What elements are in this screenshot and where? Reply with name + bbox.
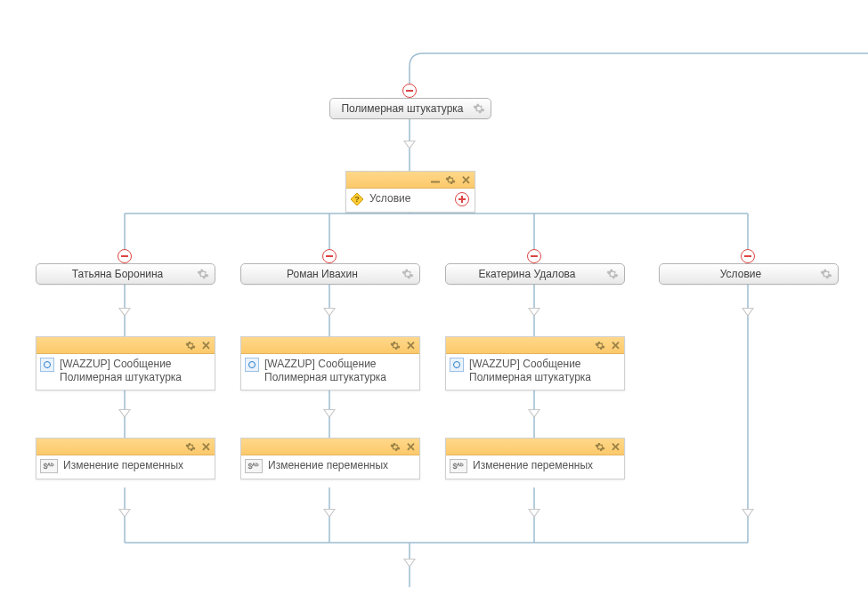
message-icon bbox=[245, 358, 259, 372]
svg-text:?: ? bbox=[354, 195, 360, 204]
branch-label: Роман Ивахин bbox=[241, 264, 419, 284]
close-icon[interactable]: ✕ bbox=[201, 441, 211, 453]
gear-icon[interactable] bbox=[185, 340, 196, 350]
card-header: ✕ bbox=[37, 439, 215, 455]
condition-card[interactable]: ✕ ? Условие bbox=[345, 171, 475, 213]
arrowhead-icon bbox=[403, 559, 416, 568]
arrowhead-icon bbox=[323, 509, 336, 518]
card-text: Изменение переменных bbox=[63, 459, 209, 472]
collapse-toggle-root[interactable] bbox=[402, 84, 417, 98]
branch-node[interactable]: Екатерина Удалова bbox=[445, 263, 625, 285]
gear-icon[interactable] bbox=[595, 340, 605, 350]
varchange-card[interactable]: ✕ $ᴬᵇ Изменение переменных bbox=[36, 438, 215, 479]
card-text: [WAZZUP] Сообщение Полимерная штукатурка bbox=[469, 358, 619, 384]
gear-icon[interactable] bbox=[606, 268, 619, 280]
card-text: [WAZZUP] Сообщение Полимерная штукатурка bbox=[60, 358, 209, 384]
arrowhead-icon bbox=[323, 308, 336, 317]
gear-icon[interactable] bbox=[820, 268, 832, 280]
variables-icon: $ᴬᵇ bbox=[450, 459, 467, 473]
variables-icon: $ᴬᵇ bbox=[245, 459, 263, 473]
arrowhead-icon bbox=[528, 509, 540, 518]
wazzup-card[interactable]: ✕ [WAZZUP] Сообщение Полимерная штукатур… bbox=[240, 336, 420, 391]
arrowhead-icon bbox=[118, 509, 131, 518]
arrowhead-icon bbox=[528, 308, 540, 317]
wazzup-line2: Полимерная штукатурка bbox=[264, 371, 386, 383]
collapse-toggle-branch[interactable] bbox=[118, 249, 132, 263]
gear-icon[interactable] bbox=[197, 268, 209, 280]
varchange-card[interactable]: ✕ $ᴬᵇ Изменение переменных bbox=[240, 438, 420, 479]
message-icon bbox=[40, 358, 54, 372]
arrowhead-icon bbox=[323, 409, 336, 418]
wazzup-line1: [WAZZUP] Сообщение bbox=[469, 358, 581, 370]
arrowhead-icon bbox=[118, 409, 131, 418]
arrowhead-icon bbox=[742, 308, 754, 317]
card-text: [WAZZUP] Сообщение Полимерная штукатурка bbox=[264, 358, 414, 384]
wazzup-card[interactable]: ✕ [WAZZUP] Сообщение Полимерная штукатур… bbox=[445, 336, 625, 391]
branch-label: Татьяна Боронина bbox=[37, 264, 215, 284]
branch-node[interactable]: Условие bbox=[659, 263, 839, 285]
gear-icon[interactable] bbox=[473, 102, 485, 115]
wazzup-line1: [WAZZUP] Сообщение bbox=[264, 358, 377, 370]
gear-icon[interactable] bbox=[595, 441, 605, 452]
wazzup-line2: Полимерная штукатурка bbox=[60, 371, 182, 383]
arrowhead-icon bbox=[742, 509, 754, 518]
collapse-toggle-branch[interactable] bbox=[527, 249, 541, 263]
wazzup-card[interactable]: ✕ [WAZZUP] Сообщение Полимерная штукатур… bbox=[36, 336, 215, 391]
close-icon[interactable]: ✕ bbox=[611, 340, 621, 351]
message-icon bbox=[450, 358, 464, 372]
condition-title: Условие bbox=[369, 192, 450, 205]
connector-lines bbox=[0, 0, 868, 596]
gear-icon[interactable] bbox=[402, 268, 414, 280]
minimize-icon[interactable] bbox=[431, 181, 440, 183]
root-node-label: Полимерная штукатурка bbox=[330, 99, 491, 118]
collapse-toggle-branch[interactable] bbox=[322, 249, 337, 263]
card-header: ✕ bbox=[241, 439, 419, 455]
root-node[interactable]: Полимерная штукатурка bbox=[329, 98, 491, 119]
gear-icon[interactable] bbox=[185, 441, 196, 452]
add-branch-icon[interactable] bbox=[455, 192, 469, 206]
card-header: ✕ bbox=[241, 337, 419, 354]
card-header: ✕ bbox=[446, 439, 624, 455]
branch-node[interactable]: Татьяна Боронина bbox=[36, 263, 215, 285]
arrowhead-icon bbox=[403, 141, 416, 149]
branch-node[interactable]: Роман Ивахин bbox=[240, 263, 420, 285]
close-icon[interactable]: ✕ bbox=[611, 441, 621, 453]
gear-icon[interactable] bbox=[445, 174, 456, 185]
close-icon[interactable]: ✕ bbox=[461, 174, 471, 186]
arrowhead-icon bbox=[528, 409, 540, 418]
card-text: Изменение переменных bbox=[268, 459, 414, 472]
close-icon[interactable]: ✕ bbox=[406, 340, 416, 351]
wazzup-line2: Полимерная штукатурка bbox=[469, 371, 591, 383]
arrowhead-icon bbox=[118, 308, 131, 317]
card-header: ✕ bbox=[37, 337, 215, 354]
card-header: ✕ bbox=[346, 172, 475, 189]
card-text: Изменение переменных bbox=[473, 459, 619, 472]
branch-label: Условие bbox=[660, 264, 838, 284]
gear-icon[interactable] bbox=[390, 340, 401, 350]
workflow-canvas[interactable]: Полимерная штукатурка ✕ ? Услови bbox=[0, 0, 868, 596]
card-header: ✕ bbox=[446, 337, 624, 354]
collapse-toggle-branch[interactable] bbox=[741, 249, 755, 263]
varchange-card[interactable]: ✕ $ᴬᵇ Изменение переменных bbox=[445, 438, 625, 479]
gear-icon[interactable] bbox=[390, 441, 401, 452]
condition-icon: ? bbox=[350, 192, 364, 206]
close-icon[interactable]: ✕ bbox=[201, 340, 211, 351]
variables-icon: $ᴬᵇ bbox=[40, 459, 58, 473]
close-icon[interactable]: ✕ bbox=[406, 441, 416, 453]
branch-label: Екатерина Удалова bbox=[446, 264, 624, 284]
wazzup-line1: [WAZZUP] Сообщение bbox=[60, 358, 172, 370]
